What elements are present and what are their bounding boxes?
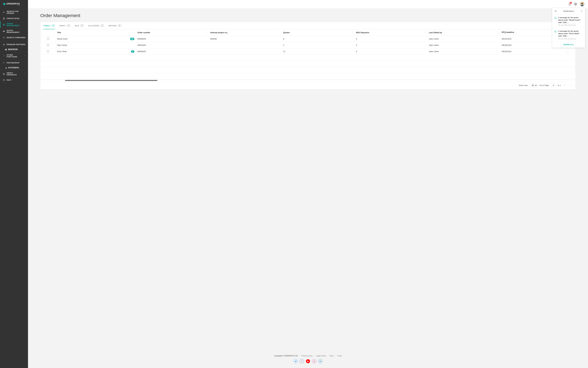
help-icon: [3, 79, 5, 81]
table-row[interactable]: Drive Shaft2 MM36043 12 0 Jake Carter 06…: [40, 48, 576, 55]
tab-count: 0: [100, 25, 104, 27]
sidebar-item-create-rfqs[interactable]: CREATE RFQS: [0, 16, 28, 21]
row-checkbox[interactable]: [47, 38, 49, 40]
scrollbar-thumb[interactable]: [65, 80, 157, 81]
copyright-text: Copyright © ORDERFOX AG: [274, 355, 298, 357]
notification-settings-button[interactable]: [554, 9, 557, 13]
row-nda: 0: [354, 42, 427, 48]
table-row[interactable]: Pipe Clamp MM42943 0 0 Jake Carter 06/28…: [40, 42, 576, 48]
svg-point-0: [3, 11, 4, 13]
building-icon: [3, 73, 5, 75]
notifications-button[interactable]: 2: [568, 2, 571, 6]
row-checkbox[interactable]: [47, 44, 49, 46]
column-header-nda[interactable]: NDA Requests⋮⋮: [354, 29, 427, 36]
svg-rect-10: [4, 31, 5, 31]
tab-draft[interactable]: DRAFT 0: [60, 22, 70, 29]
footer-link-privacy[interactable]: Privacy policy: [301, 355, 312, 357]
tab-public[interactable]: PUBLIC 3: [44, 22, 55, 29]
column-resize-handle[interactable]: ⋮⋮: [206, 32, 209, 33]
column-resize-handle[interactable]: ⋮⋮: [497, 32, 500, 33]
prev-page-button[interactable]: [563, 84, 567, 87]
chevron-down-icon: [24, 73, 26, 75]
row-order-number: MM42943: [136, 42, 209, 48]
mikron-logo[interactable]: MIKRON: [5, 48, 28, 51]
avatar-image: [580, 2, 584, 7]
handshake-icon: [3, 62, 5, 64]
row-nda: 5: [354, 36, 427, 42]
column-resize-handle[interactable]: ⋮⋮: [133, 32, 136, 33]
next-page-button[interactable]: [569, 84, 572, 87]
sidebar-item-search-orders[interactable]: SEARCH FOR ORDERS: [0, 9, 28, 16]
goto-page-input[interactable]: [551, 84, 556, 87]
column-header-deadline[interactable]: RFQ deadline: [500, 29, 561, 36]
horizontal-scrollbar[interactable]: [40, 79, 576, 81]
svg-rect-12: [4, 31, 5, 32]
notifications-title: Notifications: [557, 10, 580, 12]
notifications-panel: Notifications 1 message for the quote ab…: [552, 8, 585, 48]
tab-count: 0: [67, 25, 70, 27]
column-resize-handle[interactable]: ⋮⋮: [279, 32, 281, 33]
sidebar-item-search-companies[interactable]: SEARCH COMPANIES: [0, 35, 28, 40]
column-header-title[interactable]: Title⋮⋮: [55, 29, 136, 36]
row-checkbox[interactable]: [47, 50, 49, 52]
sidebar-about[interactable]: ABOUT ORDERFOX: [0, 71, 28, 77]
rows-per-page-select[interactable]: 10: [530, 83, 537, 87]
user-avatar[interactable]: [580, 2, 585, 7]
language-button[interactable]: [574, 2, 577, 6]
tab-archive[interactable]: ARCHIVE 0: [109, 22, 121, 29]
footer-link-tcs[interactable]: T&Cs: [329, 355, 334, 357]
svg-rect-7: [3, 25, 5, 25]
sidebar-premium-partners[interactable]: PREMIUM PARTNERS: [0, 42, 28, 47]
twitter-icon[interactable]: [294, 359, 298, 363]
youtube-icon[interactable]: ▶: [306, 359, 310, 363]
svg-point-21: [4, 56, 5, 56]
sidebar-item-label: HELP: [7, 79, 11, 81]
sidebar-partnership[interactable]: PARTNERSHIP: [0, 60, 28, 65]
row-deadline: 06/24/2019: [500, 36, 561, 42]
sidebar-help[interactable]: HELP: [0, 77, 28, 83]
table-row-empty: [40, 73, 576, 79]
sidebar-item-quote-management[interactable]: QUOTE MANAGEMENT: [0, 28, 28, 35]
column-header-order-number[interactable]: Order number⋮⋮: [136, 29, 209, 36]
star-icon: [3, 43, 5, 46]
column-header-project[interactable]: Internal project nu...⋮⋮: [209, 29, 282, 36]
svg-point-31: [581, 3, 583, 4]
notifications-show-all-button[interactable]: SHOW ALL: [552, 42, 585, 47]
column-resize-handle[interactable]: ⋮⋮: [351, 32, 354, 33]
sidebar-item-label: QUOTE MANAGEMENT: [7, 29, 26, 33]
fox-icon: [3, 3, 6, 5]
footer-link-faqs[interactable]: FAQs: [337, 355, 342, 357]
row-project: [209, 42, 282, 48]
instagram-icon[interactable]: [312, 359, 316, 363]
sidebar-item-label: CREATE RFQS: [7, 18, 19, 19]
tab-idle[interactable]: IDLE 0: [75, 22, 84, 29]
document-icon: [3, 17, 5, 20]
column-resize-handle[interactable]: ⋮⋮: [424, 32, 427, 33]
row-title: Drive Shaft: [57, 50, 67, 53]
search-icon: [3, 36, 5, 39]
column-header-quotes[interactable]: Quotes⋮⋮: [281, 29, 354, 36]
tab-label: ALLOCATED: [88, 25, 99, 27]
facebook-icon[interactable]: f: [300, 359, 304, 363]
notification-item[interactable]: 1 message for the quote about order "Mou…: [552, 14, 585, 28]
tab-allocated[interactable]: ALLOCATED 0: [88, 22, 104, 29]
linkedin-icon[interactable]: in: [318, 359, 322, 363]
status-tabs: PUBLIC 3 DRAFT 0 IDLE 0 ALLOCATED 0 ARCH…: [40, 22, 576, 29]
table-row[interactable]: Mould insert10 MM46055 MI0048 8 5 Jake C…: [40, 36, 576, 42]
tab-label: PUBLIC: [44, 25, 50, 27]
row-title: Pipe Clamp: [57, 44, 67, 46]
row-editor: Jake Carter: [427, 42, 500, 48]
autodesk-logo[interactable]: AUTODESK.: [5, 66, 28, 69]
brand-logo[interactable]: ORDERFOX .com: [0, 0, 28, 8]
column-header-editor[interactable]: Last Edited by⋮⋮: [427, 29, 500, 36]
row-actions-button[interactable]: ⋮: [561, 48, 576, 55]
page-title: Order Management: [40, 13, 576, 18]
sidebar-other-functions[interactable]: OTHER FUNCTIONS: [0, 53, 28, 59]
notifications-close-button[interactable]: [580, 9, 583, 13]
row-quotes: 12: [281, 48, 354, 55]
notification-item[interactable]: 1 message for the quote about order "Dri…: [552, 28, 585, 42]
sidebar-item-order-management[interactable]: ORDER MANAGEMENT: [0, 21, 28, 28]
row-badge: 10: [130, 38, 134, 40]
footer-link-legal[interactable]: Legal notice: [316, 355, 326, 357]
svg-point-20: [4, 56, 4, 56]
